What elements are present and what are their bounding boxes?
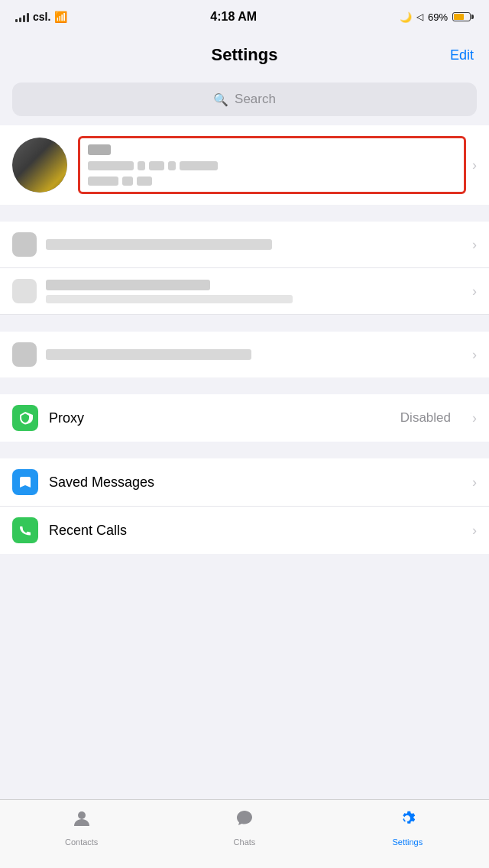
tab-settings[interactable]: Settings <box>326 808 489 847</box>
search-icon: 🔍 <box>213 92 228 107</box>
blurred-content-1 <box>46 239 457 250</box>
blurred-row-3[interactable]: › <box>0 332 489 377</box>
gap-3 <box>0 379 489 394</box>
status-time: 4:18 AM <box>210 10 257 24</box>
blurred-content-3 <box>46 349 457 360</box>
saved-messages-row[interactable]: Saved Messages › <box>0 458 489 507</box>
proxy-chevron-icon: › <box>472 410 477 426</box>
profile-username-blur <box>88 161 456 170</box>
location-icon: ◁ <box>416 11 423 22</box>
wifi-icon: 📶 <box>54 11 67 23</box>
saved-messages-label: Saved Messages <box>49 474 455 491</box>
recent-calls-row[interactable]: Recent Calls › <box>0 507 489 554</box>
search-container: 🔍 Search <box>0 76 489 125</box>
nav-bar: Settings Edit <box>0 34 489 76</box>
profile-row[interactable]: › <box>0 125 489 205</box>
avatar <box>12 138 67 193</box>
blurred-content-2 <box>46 280 457 303</box>
chats-icon <box>234 808 255 834</box>
blurred-icon-3 <box>12 342 37 367</box>
blurred-section-1: › › <box>0 222 489 315</box>
tab-contacts[interactable]: Contacts <box>0 808 163 847</box>
profile-section: › <box>0 125 489 205</box>
page-title: Settings <box>212 45 278 65</box>
search-placeholder: Search <box>235 92 276 107</box>
carrier-label: csl. <box>33 11 50 23</box>
search-bar[interactable]: 🔍 Search <box>12 83 477 116</box>
blurred-icon-1 <box>12 232 37 257</box>
recent-calls-chevron-icon: › <box>472 523 477 539</box>
profile-phone-blur <box>88 177 456 186</box>
contacts-icon <box>71 808 92 834</box>
saved-messages-chevron-icon: › <box>472 474 477 491</box>
recent-calls-label: Recent Calls <box>49 523 455 539</box>
saved-messages-icon <box>12 469 38 495</box>
edit-button[interactable]: Edit <box>450 47 474 63</box>
profile-info-highlighted <box>78 136 466 194</box>
recent-calls-icon <box>12 517 38 543</box>
gap-1 <box>0 206 489 222</box>
profile-name-blur <box>88 144 111 155</box>
messages-section: Saved Messages › Recent Calls › <box>0 458 489 554</box>
blurred-row-2[interactable]: › <box>0 268 489 315</box>
proxy-icon <box>12 405 38 431</box>
chevron-right-icon-b2: › <box>472 283 477 300</box>
moon-icon: 🌙 <box>400 11 412 23</box>
tab-contacts-label: Contacts <box>65 837 98 847</box>
signal-icon <box>15 11 29 22</box>
status-left: csl. 📶 <box>15 11 67 23</box>
battery-label: 69% <box>428 11 448 23</box>
blurred-row-1[interactable]: › <box>0 222 489 268</box>
gap-2 <box>0 316 489 332</box>
proxy-value: Disabled <box>400 410 451 426</box>
chevron-right-icon-b1: › <box>472 237 477 253</box>
svg-point-0 <box>78 811 86 819</box>
tab-chats-label: Chats <box>234 837 256 847</box>
blurred-icon-2 <box>12 279 37 303</box>
status-bar: csl. 📶 4:18 AM 🌙 ◁ 69% <box>0 0 489 34</box>
gap-4 <box>0 443 489 458</box>
chevron-right-icon: › <box>472 157 477 173</box>
proxy-label: Proxy <box>49 410 390 426</box>
settings-icon <box>397 808 418 834</box>
tab-settings-label: Settings <box>392 837 423 847</box>
battery-icon <box>452 12 474 21</box>
chevron-right-icon-b3: › <box>472 347 477 363</box>
proxy-section: Proxy Disabled › <box>0 394 489 442</box>
proxy-row[interactable]: Proxy Disabled › <box>0 394 489 442</box>
tab-bar: Contacts Chats Settings <box>0 799 489 868</box>
status-right: 🌙 ◁ 69% <box>400 11 474 23</box>
blurred-section-2: › <box>0 332 489 377</box>
tab-chats[interactable]: Chats <box>163 808 325 847</box>
